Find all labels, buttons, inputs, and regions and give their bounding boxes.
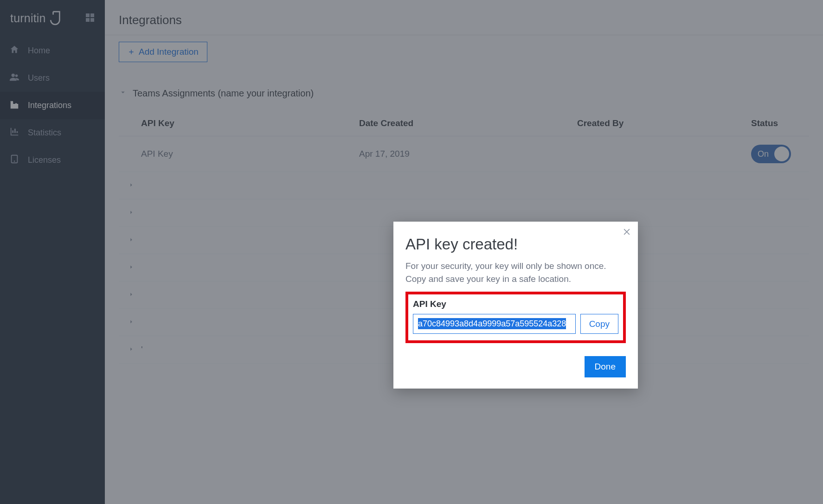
- modal-actions: Done: [405, 356, 626, 377]
- api-key-highlight: API Key a70c84993a8d4a9999a57a595524a328…: [405, 292, 626, 343]
- done-button[interactable]: Done: [585, 356, 626, 377]
- api-key-input[interactable]: a70c84993a8d4a9999a57a595524a328: [413, 314, 576, 334]
- api-key-modal: API key created! For your security, your…: [393, 222, 638, 389]
- copy-button[interactable]: Copy: [580, 314, 618, 334]
- api-key-row: a70c84993a8d4a9999a57a595524a328 Copy: [413, 314, 618, 334]
- copy-label: Copy: [589, 319, 610, 329]
- close-icon: [622, 227, 631, 236]
- close-button[interactable]: [622, 227, 631, 238]
- api-key-value: a70c84993a8d4a9999a57a595524a328: [418, 318, 566, 329]
- modal-body: For your security, your key will only be…: [405, 260, 626, 285]
- api-key-label: API Key: [413, 299, 618, 309]
- done-label: Done: [595, 362, 616, 371]
- modal-title: API key created!: [405, 236, 626, 253]
